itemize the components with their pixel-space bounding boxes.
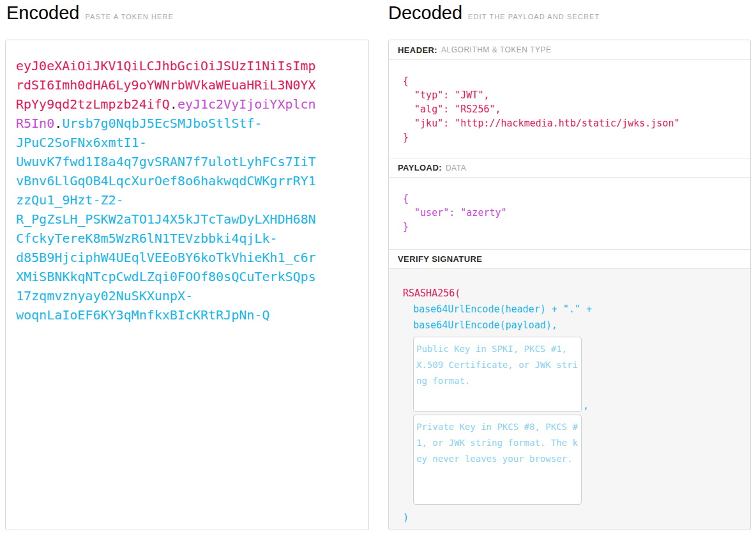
signature-algorithm-line: RSASHA256( [403,286,737,302]
private-key-input[interactable] [413,415,582,505]
decoded-section-title: Decoded EDIT THE PAYLOAD AND SECRET [388,3,600,24]
payload-label: PAYLOAD: [398,163,442,172]
signature-closing-paren: ) [403,510,737,526]
verify-signature-label: VERIFY SIGNATURE [398,254,482,264]
verify-signature-section-head: VERIFY SIGNATURE [389,249,750,269]
public-key-input[interactable] [413,337,582,412]
payload-section-head: PAYLOAD: DATA [389,158,750,178]
decoded-title: Decoded [388,3,462,24]
jwt-separator: . [170,96,178,112]
decoded-panel: HEADER: ALGORITHM & TOKEN TYPE { "typ": … [388,40,751,530]
jwt-token[interactable]: eyJ0eXAiOiJKV1QiLCJhbGciOiJSUzI1NiIsImpr… [16,56,319,325]
decoded-header-json[interactable]: { "typ": "JWT", "alg": "RS256", "jku": "… [389,60,750,158]
header-sublabel: ALGORITHM & TOKEN TYPE [441,45,551,54]
header-section-head: HEADER: ALGORITHM & TOKEN TYPE [389,40,750,60]
decoded-payload-json[interactable]: { "user": "azerty" } [389,178,750,249]
verify-signature-block: RSASHA256( base64UrlEncode(header) + "."… [389,269,750,530]
encode-payload-line: base64UrlEncode(payload), [403,318,737,333]
header-label: HEADER: [398,45,437,55]
encoded-token-input[interactable]: eyJ0eXAiOiJKV1QiLCJhbGciOiJSUzI1NiIsImpr… [5,40,369,530]
jwt-signature-part[interactable]: Ursb7g0NqbJ5EcSMJboStlStf-JPuC2SoFNx6xmt… [16,116,316,323]
payload-sublabel: DATA [446,164,466,172]
encode-header-line: base64UrlEncode(header) + "." + [403,302,737,318]
jwt-separator: . [54,116,62,131]
signature-comma: , [583,399,589,412]
encoded-section-title: Encoded PASTE A TOKEN HERE [6,3,174,24]
encoded-title: Encoded [6,3,80,24]
decoded-subtitle: EDIT THE PAYLOAD AND SECRET [468,13,600,20]
encoded-subtitle: PASTE A TOKEN HERE [86,13,174,20]
